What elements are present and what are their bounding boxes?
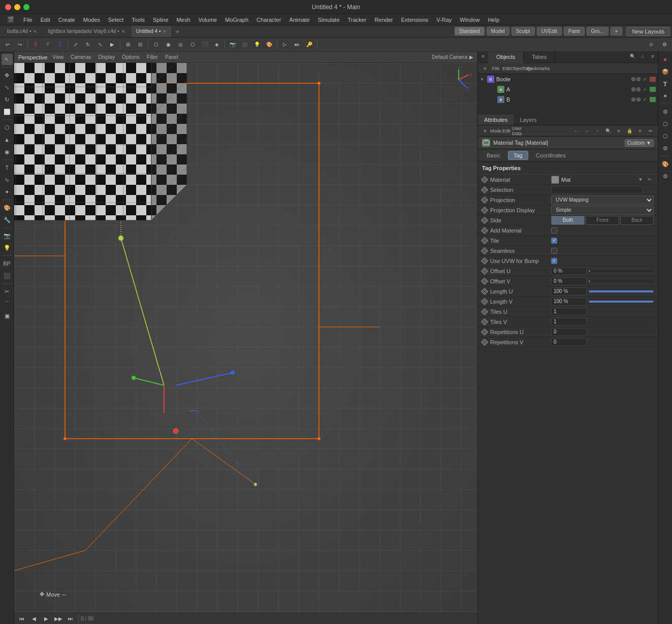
toolbar-settings[interactable]: ⚙ (659, 39, 670, 50)
panel-menu-btn[interactable]: ≡ (478, 52, 488, 61)
diamond-rep-u[interactable] (481, 328, 488, 335)
value-seamless[interactable] (551, 248, 654, 254)
rs-tool-2[interactable]: 📦 (660, 66, 671, 77)
menu-item-select[interactable]: Select (104, 16, 128, 24)
rs-tool-7[interactable]: ⬡ (660, 130, 671, 142)
toolbar-rotate[interactable]: ↻ (82, 39, 93, 50)
vp-btn-4[interactable]: ⏭ (65, 613, 76, 625)
attr-list-btn[interactable]: ≡ (614, 126, 624, 136)
toolbar-x-axis[interactable]: X (30, 39, 41, 50)
diamond-seamless[interactable] (481, 247, 488, 254)
panel-settings-btn[interactable]: ≡ (648, 52, 658, 61)
a-dot1[interactable] (631, 87, 635, 91)
value-add-material[interactable] (551, 227, 654, 234)
viewport-filter-menu[interactable]: Filter (145, 53, 160, 61)
value-selection[interactable] (551, 186, 654, 194)
toolbar-coord-x[interactable]: ⊕ (646, 39, 657, 50)
menu-item-window[interactable]: Window (456, 16, 484, 24)
side-btn-back[interactable]: Back (620, 216, 654, 225)
attr-back-btn[interactable]: ← (571, 126, 581, 136)
menu-item-help[interactable]: Help (484, 16, 503, 24)
input-rep-v[interactable] (551, 338, 587, 346)
diamond-rep-v[interactable] (481, 338, 488, 345)
subtab-tag[interactable]: Tag (508, 151, 528, 160)
tool-bp[interactable]: BP (2, 258, 13, 269)
tool-edge[interactable]: ▲ (2, 134, 13, 145)
tool-paint[interactable]: 🎨 (2, 202, 13, 213)
b-dot1[interactable] (631, 97, 635, 102)
attr-dropdown[interactable]: Custom ▼ (625, 139, 654, 147)
input-offset-u[interactable] (551, 267, 587, 275)
new-layouts-button[interactable]: New Layouts (626, 27, 670, 36)
tool-sculpt[interactable]: 🔧 (2, 214, 13, 225)
tool-move[interactable]: ✥ (2, 70, 13, 81)
layout-uvedit[interactable]: UVEdit (537, 27, 562, 36)
obj-expand-arrow[interactable]: ▼ (480, 77, 485, 82)
diamond-tiles-v[interactable] (481, 318, 488, 325)
value-proj-display[interactable]: Simple (551, 206, 654, 215)
tool-box[interactable]: ⬜ (2, 106, 13, 117)
layout-paint[interactable]: Paint (564, 27, 585, 36)
checkbox-uvw-bump[interactable] (551, 258, 557, 264)
input-rep-u[interactable] (551, 328, 587, 336)
input-offset-v[interactable] (551, 277, 587, 285)
input-tiles-u[interactable] (551, 308, 587, 316)
toolbar-move[interactable]: ⤢ (70, 39, 81, 50)
diamond-side[interactable] (481, 216, 488, 223)
attr-up-btn[interactable]: ↑ (592, 126, 602, 136)
maximize-button[interactable] (23, 4, 29, 10)
menu-item-tools[interactable]: Tools (127, 16, 149, 24)
input-length-v[interactable] (551, 298, 587, 306)
toolbar-camera2[interactable]: 🎥 (239, 39, 250, 50)
b-flag[interactable] (650, 97, 656, 102)
layout-standard[interactable]: Standard (455, 27, 485, 36)
viewport-cameras-menu[interactable]: Cameras (69, 53, 93, 61)
rs-tool-9[interactable]: 🎨 (660, 158, 671, 170)
checkbox-add-material[interactable] (551, 227, 557, 234)
subtab-basic[interactable]: Basic (481, 151, 506, 160)
attr-search-btn[interactable]: 🔍 (603, 126, 613, 136)
vp-btn-1[interactable]: ⏮ (16, 613, 27, 625)
layout-model[interactable]: Model (487, 27, 509, 36)
menu-cinema4d[interactable]: 🎬 (3, 15, 18, 24)
obj-bookmarks-btn[interactable]: Bookmarks (533, 64, 543, 73)
menu-item-edit[interactable]: Edit (37, 16, 54, 24)
a-flag[interactable] (650, 87, 656, 92)
vp-btn-play[interactable]: ▶ (41, 613, 52, 625)
tab-lightbox[interactable]: lightbox lampadario Vray6.c4d • ✕ (43, 26, 131, 37)
viewport-view-menu[interactable]: View (50, 53, 66, 61)
diamond-projection[interactable] (481, 196, 488, 203)
menu-item-volume[interactable]: Volume (195, 16, 221, 24)
attr-tab-layers[interactable]: Layers (514, 115, 542, 125)
tab-close-butta[interactable]: ✕ (33, 29, 37, 34)
toolbar-wire3[interactable]: ◈ (211, 39, 222, 50)
value-tile[interactable] (551, 238, 654, 244)
material-icon-btn1[interactable]: ▼ (636, 176, 645, 184)
a-visible[interactable]: ✓ (642, 87, 649, 92)
attr-lock-btn[interactable]: 🔒 (624, 126, 634, 136)
toolbar-redo[interactable]: ↪ (14, 39, 25, 50)
toolbar-z-axis[interactable]: Z (54, 39, 66, 50)
toolbar-wire[interactable]: ⬡ (187, 39, 198, 50)
object-item-b[interactable]: ▶ B B ✓ (478, 94, 658, 105)
toolbar-render[interactable]: ▶ (107, 39, 118, 50)
add-layout-button[interactable]: + (611, 27, 623, 36)
material-color-btn[interactable] (551, 176, 559, 184)
diamond-offset-v[interactable] (481, 277, 488, 284)
input-tiles-v[interactable] (551, 318, 587, 326)
close-button[interactable] (5, 4, 11, 10)
viewport-display-menu[interactable]: Display (97, 53, 117, 61)
tool-polygon[interactable]: ⬡ (2, 122, 13, 133)
side-btn-front[interactable]: Front (586, 216, 619, 225)
obj-menu-btn[interactable]: ≡ (480, 64, 490, 73)
selection-input[interactable] (551, 186, 643, 194)
diamond-length-v[interactable] (481, 298, 488, 305)
rs-tool-3[interactable]: T (660, 78, 671, 89)
toolbar-snap[interactable]: ⊞ (122, 39, 134, 50)
value-projection[interactable]: UVW Mapping (551, 195, 654, 205)
checkbox-seamless[interactable] (551, 248, 557, 254)
toolbar-key[interactable]: 🔑 (304, 39, 315, 50)
diamond-uvw-bump[interactable] (481, 257, 488, 264)
object-item-boole[interactable]: ▼ B Boole ✓ (478, 74, 658, 84)
rs-tool-6[interactable]: ⬡ (660, 118, 671, 129)
